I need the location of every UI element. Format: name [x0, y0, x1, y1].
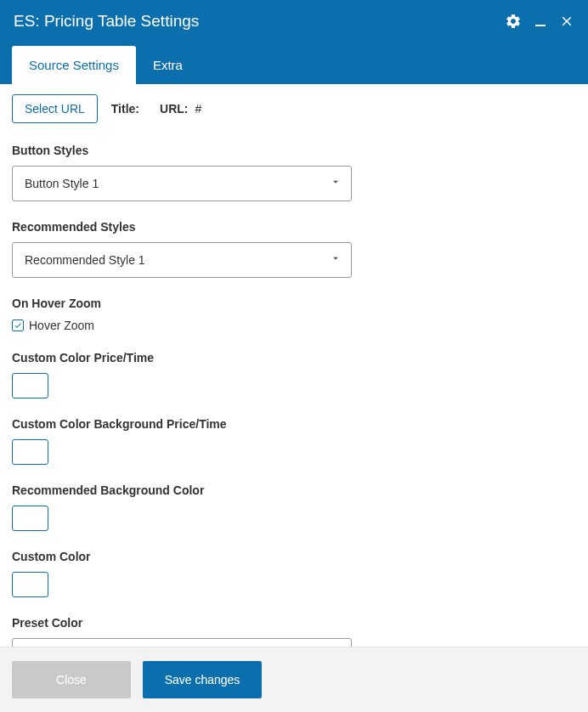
preset-color-label: Preset Color: [12, 616, 576, 630]
custom-color-swatch[interactable]: [12, 572, 48, 597]
dialog-footer: Close Save changes: [0, 647, 588, 712]
custom-color-label: Custom Color: [12, 550, 576, 563]
dialog-title: ES: Pricing Table Settings: [14, 12, 199, 31]
hover-zoom-checkbox[interactable]: [12, 319, 24, 331]
field-button-styles: Button Styles Button Style 1: [12, 144, 576, 201]
button-styles-label: Button Styles: [12, 144, 576, 157]
field-recommended-bg-color: Recommended Background Color: [12, 483, 576, 531]
top-row: Select URL Title: URL: #: [12, 94, 576, 123]
field-on-hover-zoom: On Hover Zoom Hover Zoom: [12, 297, 576, 332]
save-changes-button[interactable]: Save changes: [143, 661, 262, 698]
header-controls: [505, 13, 574, 30]
select-url-button[interactable]: Select URL: [12, 94, 98, 123]
field-custom-color: Custom Color: [12, 550, 576, 597]
close-button[interactable]: Close: [12, 661, 131, 698]
title-label: Title:: [111, 102, 139, 116]
button-styles-select[interactable]: Button Style 1: [12, 166, 352, 201]
gear-icon[interactable]: [505, 13, 522, 30]
recommended-styles-label: Recommended Styles: [12, 220, 576, 234]
tab-source-settings[interactable]: Source Settings: [12, 46, 136, 84]
content-scroll[interactable]: Select URL Title: URL: # Button Styles B…: [0, 84, 588, 647]
tab-extra[interactable]: Extra: [136, 46, 200, 84]
hover-zoom-row: Hover Zoom: [12, 319, 576, 332]
field-recommended-styles: Recommended Styles Recommended Style 1: [12, 220, 576, 278]
url-label: URL:: [160, 102, 188, 116]
content-panel: Select URL Title: URL: # Button Styles B…: [0, 84, 588, 647]
field-preset-color: Preset Color Preset 3: [12, 616, 576, 647]
recommended-styles-select-wrap: Recommended Style 1: [12, 242, 352, 278]
svg-rect-0: [535, 25, 546, 26]
on-hover-zoom-label: On Hover Zoom: [12, 297, 576, 310]
minimize-icon[interactable]: [534, 14, 547, 28]
recommended-styles-select[interactable]: Recommended Style 1: [12, 242, 352, 278]
close-icon[interactable]: [559, 14, 574, 29]
preset-color-select-wrap: Preset 3: [12, 638, 352, 647]
custom-color-bg-price-time-swatch[interactable]: [12, 439, 48, 465]
custom-color-price-time-label: Custom Color Price/Time: [12, 351, 576, 364]
button-styles-select-wrap: Button Style 1: [12, 166, 352, 201]
field-custom-color-bg-price-time: Custom Color Background Price/Time: [12, 417, 576, 465]
hover-zoom-checkbox-label: Hover Zoom: [29, 319, 94, 332]
preset-color-select[interactable]: Preset 3: [12, 638, 352, 647]
tabs-bar: Source Settings Extra: [0, 42, 588, 84]
custom-color-price-time-swatch[interactable]: [12, 373, 48, 398]
url-value: #: [195, 102, 201, 116]
recommended-bg-color-swatch[interactable]: [12, 506, 48, 531]
field-custom-color-price-time: Custom Color Price/Time: [12, 351, 576, 398]
recommended-bg-color-label: Recommended Background Color: [12, 483, 576, 497]
dialog-header: ES: Pricing Table Settings: [0, 0, 588, 42]
custom-color-bg-price-time-label: Custom Color Background Price/Time: [12, 417, 576, 431]
